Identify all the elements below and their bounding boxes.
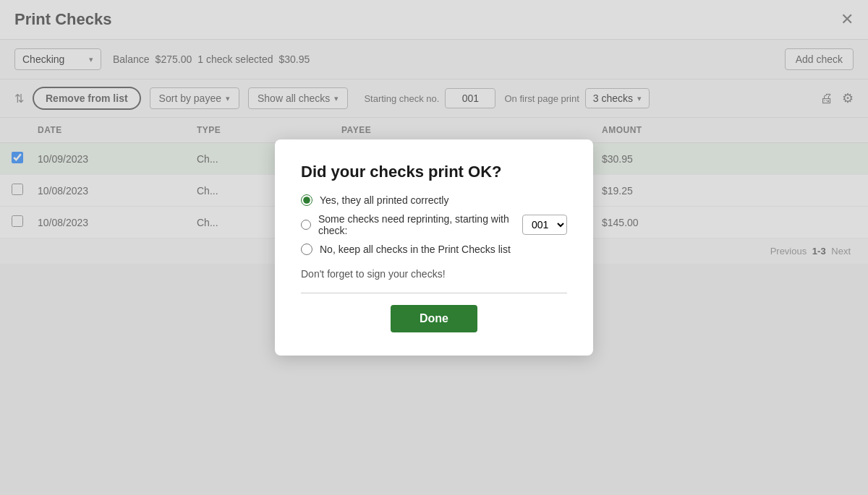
reprint-check-select[interactable]: 001 002 003: [522, 215, 567, 235]
radio-keep-label: No, keep all checks in the Print Checks …: [320, 244, 511, 255]
modal-overlay: Did your checks print OK? Yes, they all …: [0, 0, 868, 495]
radio-yes[interactable]: [301, 194, 312, 206]
radio-keep[interactable]: [301, 244, 312, 255]
radio-option-keep[interactable]: No, keep all checks in the Print Checks …: [301, 244, 567, 255]
modal-title: Did your checks print OK?: [301, 163, 567, 181]
radio-option-reprint[interactable]: Some checks need reprinting, starting wi…: [301, 213, 567, 236]
modal-divider: [301, 293, 567, 293]
done-button[interactable]: Done: [391, 305, 477, 332]
modal-dialog: Did your checks print OK? Yes, they all …: [275, 139, 593, 356]
radio-reprint-label: Some checks need reprinting, starting wi…: [318, 213, 512, 236]
radio-option-yes[interactable]: Yes, they all printed correctly: [301, 194, 567, 206]
radio-yes-label: Yes, they all printed correctly: [320, 194, 448, 206]
radio-group: Yes, they all printed correctly Some che…: [301, 194, 567, 255]
page-container: Print Checks ✕ Checking ▾ Balance $275.0…: [0, 0, 868, 495]
radio-reprint[interactable]: [301, 219, 311, 231]
modal-note: Don't forget to sign your checks!: [301, 268, 567, 280]
